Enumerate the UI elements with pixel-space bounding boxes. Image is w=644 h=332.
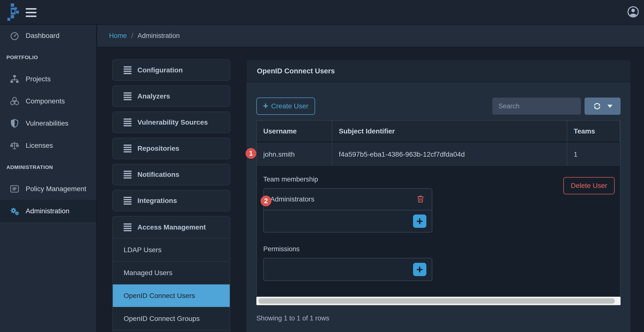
gears-icon	[9, 205, 20, 217]
admin-nav-configuration[interactable]: Configuration	[112, 59, 230, 81]
oidc-users-table: Username Subject Identifier Teams john.s…	[256, 120, 620, 166]
sidebar-item-label: Components	[26, 97, 65, 105]
admin-nav-integrations[interactable]: Integrations	[112, 190, 230, 212]
admin-nav-analyzers[interactable]: Analyzers	[112, 85, 230, 107]
list-bars-icon	[124, 92, 132, 100]
breadcrumb: Home / Administration	[97, 25, 644, 47]
admin-nav-repositories[interactable]: Repositories	[112, 138, 230, 159]
horizontal-scrollbar-thumb[interactable]	[258, 298, 615, 304]
sidebar-item-label: Administration	[26, 207, 69, 215]
add-permission-row: +	[264, 258, 432, 281]
user-detail-row: Team membership Administrators	[256, 166, 620, 297]
cell-teams: 1	[567, 142, 620, 166]
user-avatar-icon[interactable]	[627, 6, 639, 18]
team-name: Administrators	[270, 195, 314, 203]
remove-team-button[interactable]	[416, 194, 426, 205]
admin-nav-label: Configuration	[138, 66, 183, 74]
sidebar-item-label: Dashboard	[26, 32, 60, 40]
sidebar-item-dashboard[interactable]: Dashboard	[0, 25, 96, 47]
table-toolbar: + Create User	[256, 98, 620, 115]
pagination-summary: Showing 1 to 1 of 1 rows	[256, 315, 620, 322]
admin-nav-managed-users[interactable]: Managed Users	[113, 261, 230, 284]
chevron-down-icon[interactable]	[608, 105, 612, 110]
sidebar: Dashboard PORTFOLIO Projects Components …	[0, 25, 97, 332]
trash-icon	[416, 194, 425, 204]
admin-nav-vulnerability-sources[interactable]: Vulnerability Sources	[112, 112, 230, 133]
admin-nav-label: Repositories	[138, 145, 180, 153]
list-bars-icon	[124, 119, 132, 126]
team-membership-label: Team membership	[263, 175, 614, 183]
oidc-users-panel: OpenID Connect Users + Create User	[246, 60, 631, 332]
add-team-row: +	[264, 210, 432, 232]
permissions-label: Permissions	[263, 245, 614, 253]
menu-toggle-icon[interactable]	[26, 8, 36, 17]
admin-nav-label: Analyzers	[138, 92, 170, 100]
admin-nav-openid-connect-users[interactable]: OpenID Connect Users	[113, 284, 230, 307]
add-permission-button[interactable]: +	[413, 263, 426, 276]
team-membership-box: Administrators +	[263, 188, 432, 232]
app-logo[interactable]	[6, 2, 25, 22]
cell-username[interactable]: john.smith	[257, 142, 332, 166]
permissions-box: +	[263, 258, 432, 281]
delete-user-button[interactable]: Delete User	[563, 177, 615, 194]
search-input[interactable]	[492, 98, 581, 115]
sidebar-item-administration[interactable]: Administration	[0, 200, 96, 222]
breadcrumb-separator: /	[131, 32, 133, 40]
admin-nav-notifications[interactable]: Notifications	[112, 164, 230, 185]
sidebar-item-label: Policy Management	[26, 185, 86, 193]
admin-nav-label: Access Management	[138, 223, 206, 231]
column-header-teams[interactable]: Teams	[567, 121, 620, 142]
sidebar-item-label: Licenses	[26, 142, 53, 150]
column-header-username[interactable]: Username	[257, 121, 332, 142]
cell-subject-identifier: f4a597b5-eba1-4386-963b-12cf7dfda04d	[332, 142, 567, 166]
column-header-subject-identifier[interactable]: Subject Identifier	[332, 121, 567, 142]
admin-nav-item-label: LDAP Users	[124, 246, 162, 254]
sitemap-icon	[9, 73, 20, 85]
admin-nav-label: Integrations	[138, 197, 177, 205]
admin-nav-openid-connect-groups[interactable]: OpenID Connect Groups	[113, 307, 230, 330]
admin-nav-next-item-clipped[interactable]	[113, 330, 230, 332]
shield-icon	[9, 118, 20, 129]
list-icon	[9, 183, 20, 194]
refresh-icon	[593, 102, 602, 111]
horizontal-scrollbar-track	[256, 297, 620, 305]
breadcrumb-home-link[interactable]: Home	[109, 32, 127, 40]
admin-nav-item-label: OpenID Connect Groups	[124, 315, 200, 323]
sidebar-item-projects[interactable]: Projects	[0, 68, 96, 90]
admin-nav-item-label: Managed Users	[124, 269, 172, 277]
admin-nav-access-management-group: Access Management LDAP Users Managed Use…	[112, 216, 230, 332]
sidebar-section-administration: ADMINISTRATION	[0, 157, 96, 178]
panel-title: OpenID Connect Users	[246, 60, 630, 82]
breadcrumb-current: Administration	[138, 32, 180, 40]
sidebar-item-label: Projects	[26, 75, 50, 83]
admin-nav-ldap-users[interactable]: LDAP Users	[113, 238, 230, 261]
panel-body: + Create User Username Subject Ident	[246, 98, 630, 322]
list-bars-icon	[124, 145, 132, 153]
sidebar-item-components[interactable]: Components	[0, 90, 96, 112]
sidebar-item-label: Vulnerabilities	[26, 120, 68, 127]
team-row-administrators: Administrators	[264, 189, 432, 210]
sidebar-item-vulnerabilities[interactable]: Vulnerabilities	[0, 112, 96, 135]
balance-scale-icon	[9, 140, 20, 151]
list-bars-icon	[124, 223, 132, 231]
annotation-marker-1: 1	[246, 148, 256, 159]
top-navbar	[0, 0, 644, 25]
admin-nav-item-label: OpenID Connect Users	[124, 292, 195, 300]
sidebar-section-portfolio: PORTFOLIO	[0, 47, 96, 68]
dashboard-icon	[9, 30, 20, 41]
cubes-icon	[9, 96, 20, 107]
annotation-marker-2: 2	[260, 195, 272, 206]
create-user-button[interactable]: + Create User	[256, 98, 315, 115]
admin-nav-label: Notifications	[138, 171, 180, 178]
toolbar-right	[492, 98, 620, 115]
sidebar-item-licenses[interactable]: Licenses	[0, 135, 96, 157]
admin-nav-label: Vulnerability Sources	[138, 119, 208, 126]
list-bars-icon	[124, 171, 132, 178]
admin-nav-access-management[interactable]: Access Management	[113, 216, 230, 238]
refresh-button[interactable]	[584, 98, 620, 115]
sidebar-item-policy-management[interactable]: Policy Management	[0, 178, 96, 200]
create-user-label: Create User	[271, 102, 308, 110]
list-bars-icon	[124, 197, 132, 205]
list-bars-icon	[124, 66, 132, 74]
add-team-button[interactable]: +	[413, 214, 426, 228]
